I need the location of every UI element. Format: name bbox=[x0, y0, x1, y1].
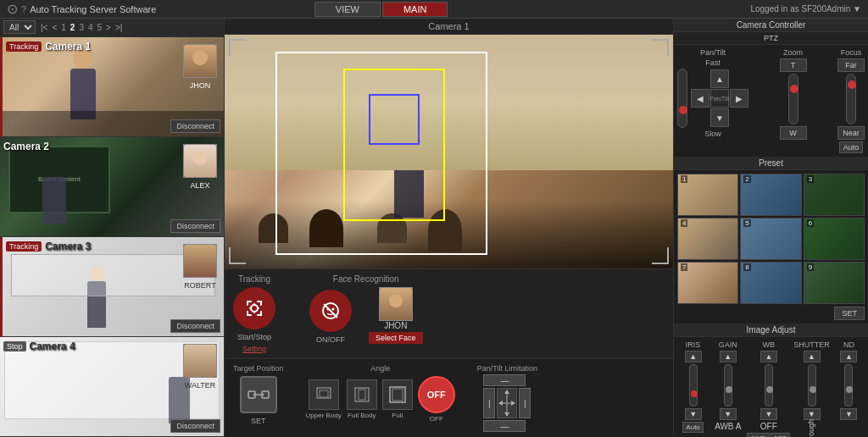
all-select[interactable]: All bbox=[3, 20, 36, 34]
pan-limit-left-btn[interactable]: | bbox=[483, 388, 495, 418]
face-on-off-btn[interactable] bbox=[309, 290, 352, 332]
iris-up-btn[interactable]: ▲ bbox=[685, 351, 702, 362]
cam1-label: Tracking Camera 1 bbox=[6, 41, 91, 53]
iris-slider[interactable] bbox=[689, 364, 698, 407]
pantilt-speed-slider[interactable] bbox=[677, 69, 687, 128]
preset-thumb-5[interactable]: 5 bbox=[740, 218, 801, 260]
cam4-stop-badge: Stop bbox=[3, 341, 26, 351]
main-nav-btn[interactable]: MAIN bbox=[382, 2, 448, 17]
preset-thumb-1[interactable]: 1 bbox=[677, 174, 738, 216]
ptz-slow-label: Slow bbox=[704, 130, 721, 138]
wb-down-btn[interactable]: ▼ bbox=[760, 408, 777, 420]
gain-up-btn[interactable]: ▲ bbox=[720, 351, 737, 362]
corner-tr bbox=[652, 39, 669, 56]
nd-down-btn[interactable]: ▼ bbox=[840, 408, 857, 420]
gain-slider[interactable] bbox=[724, 364, 732, 407]
iris-auto-btn[interactable]: Auto bbox=[682, 422, 703, 433]
app-icon: ⊙ bbox=[7, 1, 18, 17]
target-pos-btn[interactable] bbox=[240, 376, 277, 413]
preset-thumb-2[interactable]: 2 bbox=[740, 174, 801, 216]
angle-full-body-btn[interactable] bbox=[347, 379, 377, 410]
zoom-w-btn[interactable]: W bbox=[780, 126, 807, 140]
nd-col: ND ▲ ▼ bbox=[833, 340, 865, 437]
cam2-disconnect-btn[interactable]: Disconnect bbox=[170, 219, 220, 233]
preset-thumb-6[interactable]: 6 bbox=[804, 218, 865, 260]
select-face-btn[interactable]: Select Face bbox=[369, 332, 423, 344]
target-pos-title: Target Position bbox=[233, 364, 284, 373]
angle-upper-body-btn[interactable] bbox=[309, 379, 339, 410]
gain-down-btn[interactable]: ▼ bbox=[720, 408, 737, 420]
tracking-start-stop-btn[interactable] bbox=[233, 287, 275, 329]
shutter-down-btn[interactable]: ▼ bbox=[804, 408, 821, 420]
pan-limit-right-btn[interactable]: | bbox=[519, 388, 531, 418]
preset-thumb-3[interactable]: 3 bbox=[804, 174, 865, 216]
cam3-tracking-badge: Tracking bbox=[6, 241, 42, 252]
preset-thumb-7[interactable]: 7 bbox=[677, 262, 738, 304]
zoom-t-btn[interactable]: T bbox=[780, 58, 807, 72]
cam1-name: Camera 1 bbox=[45, 41, 91, 53]
video-area bbox=[225, 35, 673, 268]
nd-up-btn[interactable]: ▲ bbox=[840, 351, 857, 362]
iris-down-btn[interactable]: ▼ bbox=[685, 408, 702, 420]
cam4-disconnect-btn[interactable]: Disconnect bbox=[170, 419, 220, 433]
iris-col: IRIS ▲ ▼ Auto bbox=[677, 340, 709, 437]
wb-slider-thumb bbox=[766, 386, 773, 393]
ptz-down-btn[interactable]: ▼ bbox=[710, 108, 729, 127]
preset-thumb-4[interactable]: 4 bbox=[677, 218, 738, 260]
tracking-section: Tracking bbox=[233, 274, 275, 353]
preset-thumb-8[interactable]: 8 bbox=[740, 262, 801, 304]
camera-card-1[interactable]: Tracking Camera 1 JHON Disconnect bbox=[0, 37, 224, 137]
view-nav-btn[interactable]: VIEW bbox=[314, 2, 381, 17]
angle-full-btn[interactable] bbox=[382, 379, 413, 410]
nav-first[interactable]: |< bbox=[39, 23, 49, 32]
zoom-slider[interactable] bbox=[788, 74, 798, 124]
wb-slider[interactable] bbox=[765, 364, 773, 407]
nav-p5[interactable]: 5 bbox=[96, 23, 104, 32]
gain-slider-thumb bbox=[726, 386, 732, 393]
focus-far-btn[interactable]: Far bbox=[837, 58, 865, 72]
target-position-section: Target Position SET bbox=[233, 364, 284, 425]
focus-col: Focus Far Near Auto bbox=[837, 48, 865, 153]
pan-limit-bottom-btn[interactable]: — bbox=[483, 420, 526, 432]
pan-limit-top-btn[interactable]: — bbox=[483, 374, 526, 386]
tracking-setting-label[interactable]: Setting bbox=[242, 345, 266, 353]
nav-p4[interactable]: 4 bbox=[86, 23, 95, 32]
nav-p2[interactable]: 2 bbox=[69, 23, 77, 32]
camera-card-4[interactable]: Stop Camera 4 WALTER Disconnect bbox=[0, 337, 224, 437]
wb-up-btn[interactable]: ▲ bbox=[760, 351, 777, 362]
shutter-up-btn[interactable]: ▲ bbox=[804, 351, 821, 362]
cam3-label: Tracking Camera 3 bbox=[6, 241, 91, 252]
focus-near-btn[interactable]: Near bbox=[837, 126, 865, 140]
nav-last[interactable]: >| bbox=[114, 23, 124, 32]
gain-val: AWB A bbox=[715, 422, 741, 431]
cam1-disconnect-btn[interactable]: Disconnect bbox=[170, 119, 220, 133]
svg-rect-23 bbox=[320, 390, 328, 397]
nav-next[interactable]: > bbox=[104, 23, 113, 32]
nav-prev[interactable]: < bbox=[50, 23, 58, 32]
preset-grid: 1 2 3 4 5 6 7 bbox=[677, 174, 865, 304]
nav-p3[interactable]: 3 bbox=[77, 23, 86, 32]
ptz-right-btn[interactable]: ▶ bbox=[730, 89, 748, 108]
nd-slider[interactable] bbox=[844, 364, 853, 407]
camera-card-2[interactable]: Board content Camera 2 ALEX Disconnect bbox=[0, 137, 224, 237]
angle-off-btn[interactable]: OFF bbox=[418, 376, 455, 413]
svg-rect-7 bbox=[260, 311, 262, 316]
wb-abb-btn[interactable]: ABB bbox=[770, 433, 790, 437]
ptz-up-btn[interactable]: ▲ bbox=[710, 69, 729, 88]
preset-set-btn[interactable]: SET bbox=[834, 307, 865, 320]
camera-card-3[interactable]: Tracking Camera 3 ROBERT Disconnect bbox=[0, 237, 224, 337]
shutter-slider[interactable] bbox=[808, 364, 816, 407]
wb-awb-btn[interactable]: AWB bbox=[747, 433, 769, 437]
ptz-left-btn[interactable]: ◀ bbox=[691, 89, 709, 108]
focus-slider[interactable] bbox=[846, 74, 856, 124]
cam3-disconnect-btn[interactable]: Disconnect bbox=[170, 319, 220, 333]
iris-slider-thumb bbox=[691, 390, 698, 397]
iris-label: IRIS bbox=[686, 340, 701, 349]
preset-thumb-9[interactable]: 9 bbox=[804, 262, 865, 304]
ptz-center-btn[interactable]: Pan/Tilt bbox=[710, 89, 729, 108]
focus-auto-btn[interactable]: Auto bbox=[839, 141, 864, 153]
nav-p1[interactable]: 1 bbox=[59, 23, 68, 32]
upper-body-icon bbox=[315, 386, 332, 403]
center-panel: Camera 1 bbox=[225, 19, 673, 437]
left-top-bar: All |< < 1 2 3 4 5 > >| bbox=[0, 19, 224, 37]
